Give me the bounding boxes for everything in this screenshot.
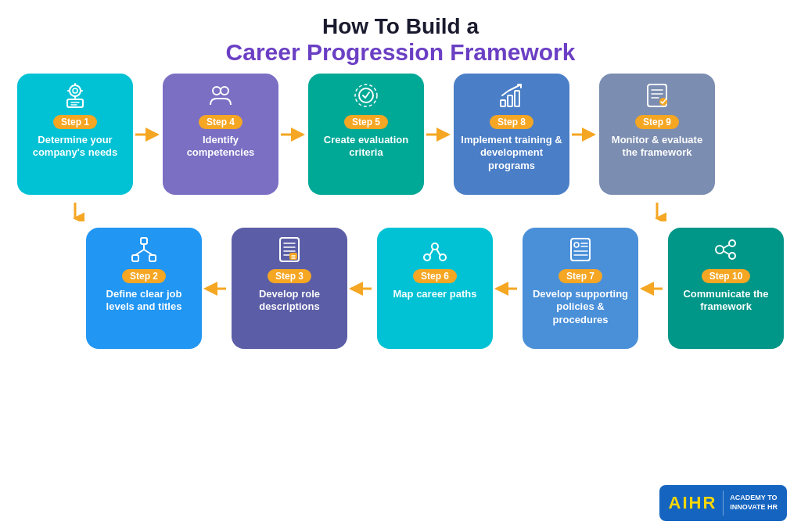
step-6-text: Map career paths (393, 288, 477, 300)
svg-line-44 (436, 249, 440, 256)
svg-line-43 (429, 249, 433, 256)
step-3-card: Step 3 Develop role descriptions (232, 228, 347, 349)
step-7-card: Step 7 Develop supporting policies & pro… (523, 228, 638, 349)
step-5-badge: Step 5 (344, 115, 388, 129)
step-8-badge: Step 8 (490, 115, 533, 129)
step-2-badge: Step 2 (122, 269, 166, 283)
step-3-icon (275, 235, 304, 267)
step-8-text: Implement training & development program… (460, 134, 563, 172)
aihr-badge: AIHR Academy to Innovate HR (659, 485, 787, 521)
header-line2: Career Progression Framework (226, 39, 576, 66)
down-arrows-row (17, 201, 784, 221)
step-6-card: Step 6 Map career paths (377, 228, 493, 349)
arrow-7-to-10 (638, 279, 668, 298)
step-9-text: Monitor & evaluate the framework (605, 134, 709, 160)
step-10-card: Step 10 Communicate the framework (668, 228, 784, 349)
svg-rect-57 (149, 255, 156, 261)
arrow-4-to-5 (278, 125, 308, 144)
step-7-badge: Step 7 (559, 269, 602, 283)
step-9-badge: Step 9 (635, 115, 679, 129)
svg-rect-55 (141, 238, 147, 244)
step-5-card: Step 5 Create evaluation criteria (308, 74, 424, 195)
step-1-badge: Step 1 (53, 115, 97, 129)
svg-line-31 (724, 251, 729, 254)
step-2-text: Define clear job levels and titles (92, 288, 196, 314)
arrow-2-to-3 (202, 279, 232, 298)
step-7-text: Develop supporting policies & procedures (529, 288, 632, 326)
svg-rect-17 (508, 95, 512, 106)
svg-rect-18 (515, 91, 519, 106)
svg-point-1 (73, 88, 77, 93)
step-1-card: Step 1 Determine your company's needs (17, 74, 133, 195)
step-10-icon (712, 235, 740, 267)
arrow-5-to-8 (424, 125, 454, 144)
svg-line-60 (144, 250, 153, 255)
svg-point-0 (70, 85, 81, 96)
aihr-logo: AIHR (669, 493, 717, 513)
arrow-1-to-4 (133, 125, 163, 144)
step-6-badge: Step 6 (413, 269, 457, 283)
arrow-9-down (599, 201, 715, 221)
step-5-icon (352, 81, 380, 113)
diagram: Step 1 Determine your company's needs St… (17, 74, 784, 349)
step-3-text: Develop role descriptions (238, 288, 341, 314)
step-7-icon (566, 235, 594, 267)
header-line1: How To Build a (226, 14, 576, 39)
step-10-text: Communicate the framework (674, 288, 778, 314)
svg-line-59 (135, 250, 144, 255)
page-header: How To Build a Career Progression Framew… (226, 14, 576, 66)
step-4-badge: Step 4 (199, 115, 242, 129)
svg-point-28 (729, 240, 735, 246)
svg-rect-6 (67, 99, 83, 107)
svg-rect-33 (571, 239, 590, 261)
bottom-row: Step 10 Communicate the framework Step 7… (17, 228, 784, 349)
svg-rect-56 (132, 255, 138, 261)
svg-rect-16 (501, 100, 505, 106)
step-8-icon (497, 81, 526, 113)
svg-point-34 (574, 243, 579, 247)
step-3-badge: Step 3 (268, 269, 311, 283)
step-9-card: Step 9 Monitor & evaluate the framework (599, 74, 715, 195)
svg-point-10 (213, 87, 221, 95)
svg-point-27 (716, 246, 724, 253)
step-10-badge: Step 10 (702, 269, 751, 283)
arrow-1-down (17, 201, 133, 221)
arrow-6-to-7 (493, 279, 523, 298)
step-4-text: Identify competencies (169, 134, 272, 160)
svg-point-29 (729, 253, 735, 259)
step-1-icon (61, 81, 89, 113)
arrow-8-to-9 (569, 125, 599, 144)
svg-line-30 (724, 245, 729, 248)
step-5-text: Create evaluation criteria (314, 134, 418, 160)
arrow-3-to-6 (347, 279, 377, 298)
step-2-card: Step 2 Define clear job levels and title… (86, 228, 202, 349)
svg-point-11 (221, 87, 228, 95)
step-1-text: Determine your company's needs (23, 134, 127, 160)
top-row: Step 1 Determine your company's needs St… (17, 74, 784, 195)
step-4-icon (207, 81, 235, 113)
step-9-icon (643, 81, 671, 113)
step-4-card: Step 4 Identify competencies (163, 74, 278, 195)
step-2-icon (130, 235, 158, 267)
aihr-tagline: Academy to Innovate HR (730, 494, 778, 512)
step-8-card: Step 8 Implement training & development … (454, 74, 569, 195)
step-6-icon (421, 235, 449, 267)
